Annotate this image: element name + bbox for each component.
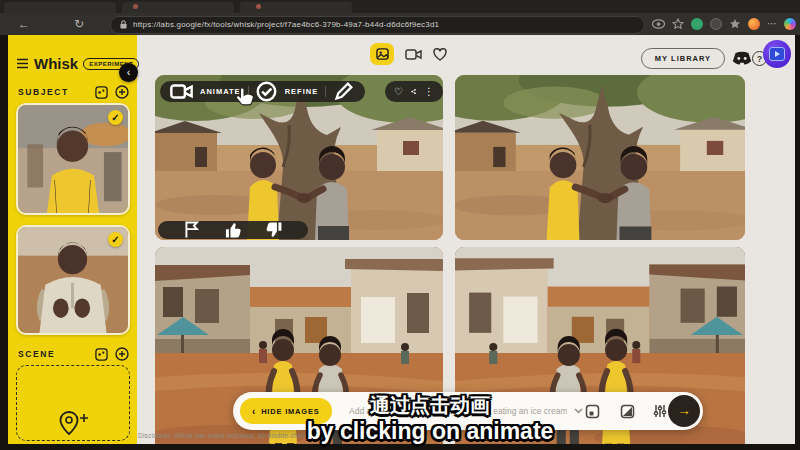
browser-tab[interactable]	[122, 2, 234, 13]
subject-card-man[interactable]: ✓	[16, 225, 130, 335]
star-icon[interactable]	[672, 18, 684, 30]
image-rating-bar	[158, 221, 308, 239]
more-vertical-icon[interactable]: ⋮	[424, 87, 434, 97]
subject-card-woman[interactable]: ✓	[16, 103, 130, 215]
generated-image-2[interactable]	[455, 75, 745, 240]
add-subject-icon[interactable]	[115, 85, 129, 99]
selected-check-badge: ✓	[108, 110, 123, 125]
extension-gray-icon[interactable]	[710, 18, 722, 30]
extension-green-icon[interactable]	[691, 18, 703, 30]
url-bar[interactable]: https://labs.google/fx/tools/whisk/proje…	[110, 16, 645, 34]
copilot-icon[interactable]	[784, 18, 796, 30]
dice-icon[interactable]	[95, 86, 108, 99]
more-icon[interactable]: ⋯	[767, 13, 777, 35]
avatar-logo	[769, 47, 785, 61]
cursor-pointer	[234, 85, 256, 109]
subtitle-chinese: 通过点击动画	[60, 392, 800, 419]
image-actions: ♡ ⋮	[385, 81, 443, 102]
thumbs-down-icon[interactable]	[254, 221, 295, 239]
view-switcher	[370, 43, 447, 65]
refine-check-icon	[255, 81, 278, 102]
generated-image-1[interactable]: ANIMATE REFINE ♡ ⋮	[155, 75, 443, 240]
account-avatar[interactable]	[763, 40, 791, 68]
scene-label: SCENE	[18, 349, 88, 359]
discord-icon[interactable]	[731, 50, 753, 67]
edit-pen-icon[interactable]	[332, 81, 355, 102]
dice-icon[interactable]	[95, 348, 108, 361]
favorite-icon[interactable]: ♡	[394, 87, 403, 97]
lock-icon	[120, 20, 127, 29]
eye-icon[interactable]	[652, 19, 665, 29]
extension-icons: ⋯	[652, 13, 796, 35]
tab-favicon	[133, 4, 138, 9]
my-library-button[interactable]: MY LIBRARY	[641, 48, 725, 69]
menu-icon[interactable]	[16, 58, 29, 69]
subject-label: SUBJECT	[18, 87, 88, 97]
add-scene-icon[interactable]	[115, 347, 129, 361]
browser-chrome: ← ↻ https://labs.google/fx/tools/whisk/p…	[0, 0, 800, 35]
browser-tab-strip	[0, 0, 800, 13]
whisk-page: Whisk EXPERIMENT SUBJECT ✓ ✓ SCENE	[8, 35, 795, 444]
screenshot-frame: ← ↻ https://labs.google/fx/tools/whisk/p…	[0, 0, 800, 450]
sidebar: Whisk EXPERIMENT SUBJECT ✓ ✓ SCENE	[8, 35, 137, 444]
image-view-icon[interactable]	[370, 43, 394, 65]
share-icon[interactable]	[411, 81, 416, 102]
back-icon[interactable]: ←	[18, 13, 30, 35]
sidebar-collapse-button[interactable]: ‹	[119, 63, 138, 82]
refresh-icon[interactable]: ↻	[74, 13, 84, 35]
favorites-view-icon[interactable]	[433, 48, 447, 61]
subtitle-english: by clicking on animate	[60, 418, 800, 445]
browser-tab[interactable]	[4, 2, 116, 13]
selected-check-badge: ✓	[108, 232, 123, 247]
image-toolbar: ANIMATE REFINE	[160, 81, 365, 102]
thumbs-up-icon[interactable]	[212, 221, 253, 239]
video-view-icon[interactable]	[405, 48, 422, 61]
animate-camera-icon	[170, 81, 193, 102]
app-title: Whisk	[34, 55, 78, 72]
tab-favicon	[256, 4, 261, 9]
extension-puzzle-icon[interactable]	[729, 18, 741, 30]
url-text: https://labs.google/fx/tools/whisk/proje…	[133, 20, 439, 29]
flag-icon[interactable]	[171, 221, 212, 239]
firefox-icon[interactable]	[748, 18, 760, 30]
browser-navbar: ← ↻ https://labs.google/fx/tools/whisk/p…	[0, 13, 800, 35]
refine-button[interactable]: REFINE	[285, 87, 319, 96]
